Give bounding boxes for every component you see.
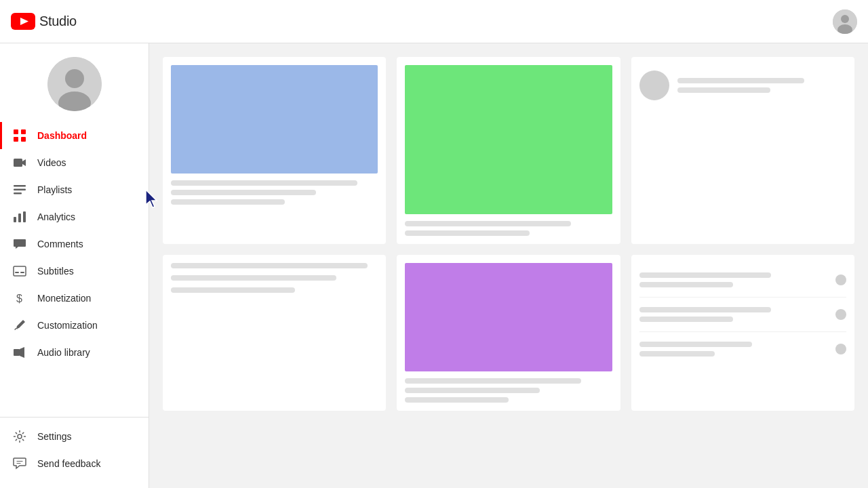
- svg-rect-14: [14, 185, 26, 187]
- comments-label: Comments: [37, 239, 83, 249]
- youtube-logo-icon: [11, 13, 35, 30]
- card-2-lines: [405, 221, 612, 236]
- card-circle: [835, 309, 846, 320]
- list-item-1: [639, 263, 846, 298]
- svg-rect-24: [14, 349, 20, 356]
- send-feedback-label: Send feedback: [37, 458, 100, 469]
- svg-marker-25: [20, 347, 24, 358]
- card-2: [397, 57, 620, 244]
- logo-container: Studio: [11, 13, 77, 30]
- card-1-thumbnail: [171, 65, 378, 174]
- card-2-thumbnail: [405, 65, 612, 214]
- card-line: [171, 190, 316, 195]
- nav-section: Dashboard Videos Playlists: [0, 122, 149, 417]
- card-line: [171, 180, 357, 186]
- sidebar-item-analytics[interactable]: Analytics: [0, 203, 149, 230]
- studio-text: Studio: [39, 14, 77, 29]
- playlists-label: Playlists: [37, 184, 72, 195]
- card-1-lines: [171, 180, 378, 205]
- svg-marker-13: [22, 159, 26, 166]
- list-item-3: [639, 332, 846, 366]
- subtitles-icon: [13, 264, 26, 278]
- card-3-profile-row: [639, 65, 846, 106]
- subtitles-label: Subtitles: [37, 266, 74, 277]
- audio-icon: [13, 346, 26, 359]
- sidebar-bottom: Settings Send feedback: [0, 417, 149, 477]
- card-3-profile-lines: [677, 78, 846, 93]
- card-line: [639, 282, 734, 287]
- sidebar-item-settings[interactable]: Settings: [0, 423, 149, 450]
- svg-rect-20: [14, 266, 26, 276]
- svg-rect-8: [14, 129, 18, 134]
- card-line: [677, 87, 770, 93]
- card-line: [171, 199, 285, 205]
- sidebar-avatar: [47, 57, 102, 111]
- sidebar-item-send-feedback[interactable]: Send feedback: [0, 450, 149, 477]
- card-4-lines: [171, 263, 378, 293]
- card-line: [639, 272, 771, 278]
- card-line: [639, 307, 771, 312]
- card-line: [677, 78, 804, 83]
- header-user-avatar[interactable]: [833, 9, 857, 34]
- card-3: [631, 57, 854, 244]
- card-5-thumbnail: [405, 263, 612, 371]
- sidebar-item-comments[interactable]: Comments: [0, 230, 149, 258]
- card-3-avatar: [639, 70, 669, 100]
- feedback-icon: [13, 457, 26, 470]
- svg-point-3: [841, 15, 849, 23]
- card-line: [405, 397, 509, 403]
- card-1: [163, 57, 386, 244]
- gear-icon: [13, 430, 26, 443]
- card-line: [405, 388, 539, 393]
- header: Studio: [0, 0, 868, 43]
- card-circle: [835, 274, 846, 285]
- sidebar-item-playlists[interactable]: Playlists: [0, 176, 149, 203]
- videos-label: Videos: [37, 157, 66, 168]
- card-line: [405, 378, 581, 384]
- sidebar-item-monetization[interactable]: $ Monetization: [0, 285, 149, 312]
- sidebar-item-audio-library[interactable]: Audio library: [0, 339, 149, 366]
- settings-label: Settings: [37, 431, 72, 442]
- svg-rect-16: [14, 192, 22, 195]
- dashboard-label: Dashboard: [37, 130, 87, 141]
- card-5-lines: [405, 378, 612, 403]
- svg-rect-21: [15, 272, 19, 273]
- card-line: [171, 275, 336, 281]
- customization-label: Customization: [37, 320, 98, 331]
- svg-rect-15: [14, 189, 26, 191]
- analytics-label: Analytics: [37, 211, 75, 222]
- card-line: [405, 230, 529, 236]
- svg-point-26: [18, 434, 22, 439]
- sidebar-item-subtitles[interactable]: Subtitles: [0, 258, 149, 285]
- list-item-1-lines: [639, 272, 827, 287]
- list-item-2-lines: [639, 307, 827, 322]
- video-icon: [13, 156, 26, 169]
- sidebar-item-videos[interactable]: Videos: [0, 149, 149, 176]
- brush-icon: [13, 319, 26, 332]
- svg-rect-17: [14, 217, 16, 222]
- sidebar-profile: [0, 43, 149, 122]
- svg-rect-18: [18, 214, 21, 222]
- dollar-icon: $: [13, 291, 26, 305]
- bar-chart-icon: [13, 210, 26, 224]
- sidebar-item-dashboard[interactable]: Dashboard: [0, 122, 149, 149]
- content-grid: [163, 57, 854, 411]
- svg-rect-10: [14, 137, 18, 142]
- list-item-3-lines: [639, 342, 827, 357]
- card-line: [639, 317, 734, 322]
- sidebar-item-customization[interactable]: Customization: [0, 312, 149, 339]
- card-line: [405, 221, 570, 226]
- svg-rect-22: [20, 272, 24, 273]
- card-5: [397, 255, 620, 411]
- card-line: [171, 287, 295, 293]
- card-6: [631, 255, 854, 411]
- card-line: [171, 263, 368, 268]
- sidebar: Dashboard Videos Playlists: [0, 43, 149, 488]
- card-line: [639, 342, 752, 347]
- svg-point-6: [65, 69, 84, 88]
- grid-icon: [13, 129, 26, 142]
- main-content: [149, 43, 868, 488]
- comment-icon: [13, 237, 26, 251]
- svg-text:$: $: [16, 293, 22, 304]
- svg-rect-19: [23, 211, 26, 222]
